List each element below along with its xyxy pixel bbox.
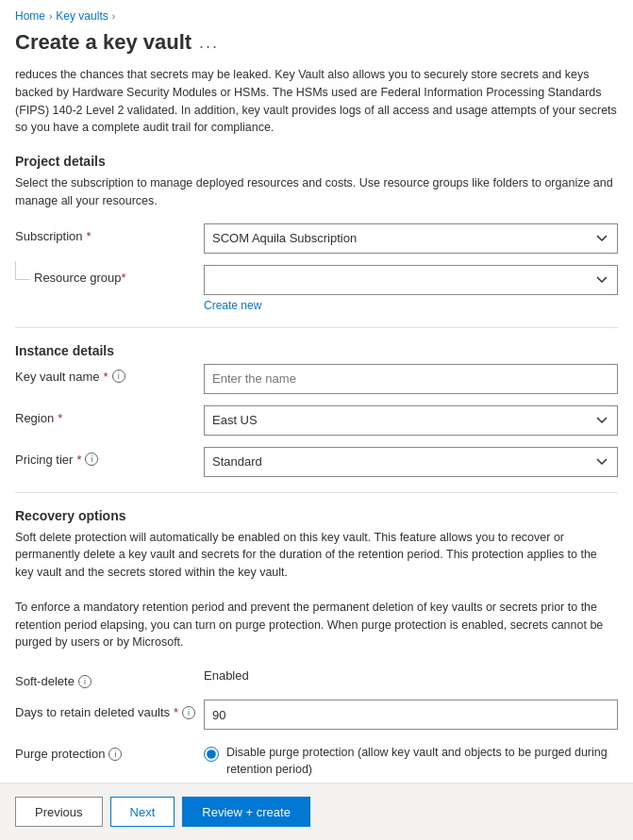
pricing-tier-select[interactable]: Standard bbox=[204, 447, 618, 477]
breadcrumb-keyvaults[interactable]: Key vaults bbox=[56, 9, 108, 23]
instance-details-title: Instance details bbox=[15, 343, 618, 358]
purge-option1-radio[interactable] bbox=[204, 747, 219, 762]
purge-option1: Disable purge protection (allow key vaul… bbox=[204, 745, 618, 778]
resource-group-control: Create new bbox=[204, 265, 618, 312]
purge-option1-label: Disable purge protection (allow key vaul… bbox=[226, 745, 618, 778]
soft-delete-info-icon[interactable]: i bbox=[78, 675, 92, 688]
days-retain-input[interactable] bbox=[204, 700, 618, 730]
previous-button[interactable]: Previous bbox=[15, 797, 103, 827]
review-create-button[interactable]: Review + create bbox=[182, 797, 310, 827]
recovery-options-title: Recovery options bbox=[15, 508, 618, 523]
project-details-subtitle: Select the subscription to manage deploy… bbox=[15, 174, 618, 210]
soft-delete-label: Soft-delete i bbox=[15, 668, 204, 688]
page-title: Create a key vault bbox=[15, 30, 192, 55]
divider-1 bbox=[15, 327, 618, 328]
key-vault-name-row: Key vault name * i bbox=[15, 364, 618, 394]
resource-group-select[interactable] bbox=[204, 265, 618, 295]
key-vault-name-control bbox=[204, 364, 618, 394]
pricing-tier-row: Pricing tier * i Standard bbox=[15, 447, 618, 477]
pricing-tier-required: * bbox=[76, 453, 81, 467]
recovery-options-section: Recovery options Soft delete protection … bbox=[15, 508, 618, 802]
next-button[interactable]: Next bbox=[110, 797, 175, 827]
breadcrumb-sep2: › bbox=[112, 11, 115, 22]
region-required: * bbox=[58, 411, 62, 425]
days-retain-control bbox=[204, 700, 618, 730]
region-control: East US bbox=[204, 405, 618, 436]
purge-protection-info-icon[interactable]: i bbox=[108, 748, 122, 761]
soft-delete-row: Soft-delete i Enabled bbox=[15, 668, 618, 688]
resource-group-label: Resource group bbox=[34, 271, 122, 285]
key-vault-name-input[interactable] bbox=[204, 364, 618, 394]
create-new-link[interactable]: Create new bbox=[204, 299, 261, 312]
days-retain-row: Days to retain deleted vaults * i bbox=[15, 700, 618, 730]
pricing-tier-label: Pricing tier * i bbox=[15, 447, 204, 467]
rg-indent bbox=[15, 261, 30, 280]
breadcrumb-home[interactable]: Home bbox=[15, 9, 45, 23]
recovery-description1: Soft delete protection will automaticall… bbox=[15, 529, 618, 582]
soft-delete-value: Enabled bbox=[204, 668, 618, 683]
region-row: Region * East US bbox=[15, 405, 618, 436]
region-label: Region * bbox=[15, 405, 204, 425]
project-details-title: Project details bbox=[15, 154, 618, 169]
key-vault-name-required: * bbox=[104, 370, 108, 384]
purge-protection-label: Purge protection i bbox=[15, 741, 204, 761]
divider-2 bbox=[15, 492, 618, 493]
recovery-description2: To enforce a mandatory retention period … bbox=[15, 599, 618, 651]
breadcrumb-sep1: › bbox=[49, 11, 52, 22]
instance-details-section: Instance details Key vault name * i Regi… bbox=[15, 343, 618, 477]
resource-group-label-wrap: Resource group * bbox=[15, 265, 204, 285]
pricing-tier-info-icon[interactable]: i bbox=[85, 453, 98, 466]
description-text: reduces the chances that secrets may be … bbox=[15, 66, 618, 137]
footer: Previous Next Review + create bbox=[0, 782, 633, 840]
subscription-required: * bbox=[87, 229, 92, 243]
breadcrumb: Home › Key vaults › bbox=[0, 0, 633, 26]
subscription-select[interactable]: SCOM Aquila Subscription bbox=[204, 223, 618, 254]
days-required: * bbox=[174, 705, 178, 719]
page-header: Create a key vault ... bbox=[0, 26, 633, 66]
resource-group-required: * bbox=[122, 271, 126, 285]
subscription-row: Subscription * SCOM Aquila Subscription bbox=[15, 223, 618, 254]
days-retain-label: Days to retain deleted vaults * i bbox=[15, 700, 204, 719]
region-select[interactable]: East US bbox=[204, 405, 618, 436]
key-vault-name-label: Key vault name * i bbox=[15, 364, 204, 384]
project-details-section: Project details Select the subscription … bbox=[15, 154, 618, 312]
ellipsis-icon[interactable]: ... bbox=[199, 33, 219, 53]
days-info-icon[interactable]: i bbox=[182, 706, 195, 719]
key-vault-name-info-icon[interactable]: i bbox=[112, 370, 125, 383]
subscription-label: Subscription * bbox=[15, 223, 204, 243]
pricing-tier-control: Standard bbox=[204, 447, 618, 477]
content-area: reduces the chances that secrets may be … bbox=[0, 66, 633, 801]
subscription-control: SCOM Aquila Subscription bbox=[204, 223, 618, 254]
resource-group-row: Resource group * Create new bbox=[15, 265, 618, 312]
